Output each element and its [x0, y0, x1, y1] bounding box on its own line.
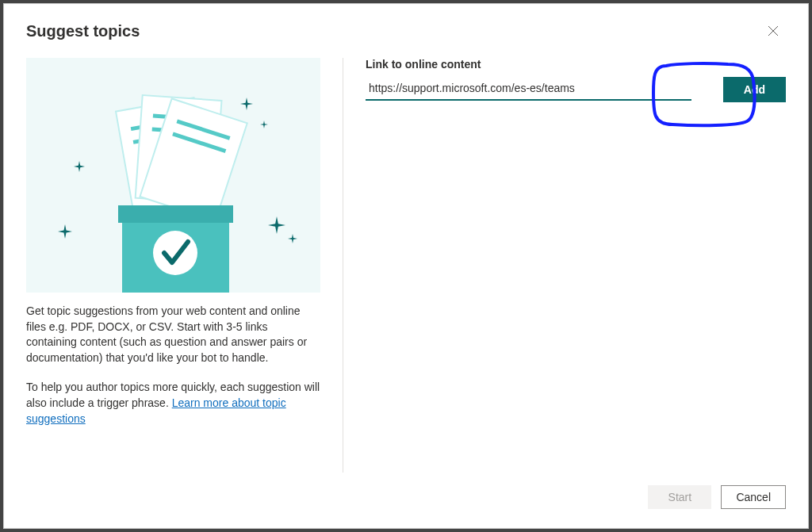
dialog-footer: Start Cancel	[4, 473, 808, 528]
url-input[interactable]	[366, 77, 691, 101]
sparkle-icon	[268, 216, 285, 234]
dialog-header: Suggest topics	[4, 4, 808, 48]
illustration	[26, 58, 320, 293]
link-field-row: Add	[366, 77, 786, 102]
dialog-body: Get topic suggestions from your web cont…	[4, 48, 808, 473]
dialog-title: Suggest topics	[26, 22, 760, 40]
close-icon	[768, 25, 779, 36]
description-2: To help you author topics more quickly, …	[26, 380, 320, 427]
sparkle-icon	[288, 232, 297, 242]
description-1: Get topic suggestions from your web cont…	[26, 304, 320, 366]
sparkle-icon	[260, 117, 268, 125]
cancel-button[interactable]: Cancel	[721, 485, 786, 509]
svg-point-13	[153, 231, 197, 275]
right-pane: Link to online content Add	[343, 58, 786, 473]
add-button[interactable]: Add	[723, 77, 786, 102]
svg-rect-12	[118, 205, 233, 223]
close-button[interactable]	[760, 18, 786, 44]
left-pane: Get topic suggestions from your web cont…	[26, 58, 343, 473]
box-illustration	[94, 86, 253, 293]
sparkle-icon	[74, 161, 85, 172]
link-field-label: Link to online content	[366, 58, 786, 71]
start-button[interactable]: Start	[648, 485, 711, 509]
suggest-topics-dialog: Suggest topics	[3, 3, 809, 529]
sparkle-icon	[58, 224, 72, 239]
